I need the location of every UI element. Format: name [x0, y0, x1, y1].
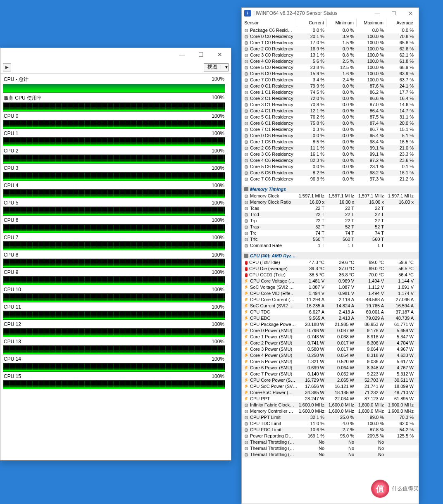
bolt-icon — [244, 397, 248, 401]
view-dropdown[interactable]: 视图 ▼ — [204, 63, 229, 71]
sensor-row[interactable]: Trp 22 T 22 T 22 T — [242, 218, 419, 224]
sensor-row[interactable]: Core 6 Power (SMU) 0.699 W 0.064 W 8.348… — [242, 365, 419, 371]
sensor-row[interactable]: Thermal Throttling (… No No No — [242, 452, 419, 458]
sensor-row[interactable]: Tcas 22 T 22 T 22 T — [242, 205, 419, 212]
sensor-row[interactable]: Core 1 C6 Residency 8.5 % 0.0 % 98.4 % 1… — [242, 139, 419, 145]
sensor-row[interactable]: CPU EDC 9.565 A 2.413 A 79.029 A 48.739 … — [242, 315, 419, 321]
sensor-row[interactable]: Core 3 C1 Residency 70.8 % 0.0 % 87.0 % … — [242, 102, 419, 108]
sensor-row[interactable]: Core 2 C0 Residency 16.9 % 0.9 % 100.0 %… — [242, 46, 419, 52]
sensor-row[interactable]: Trc 74 T 74 T 74 T — [242, 230, 419, 236]
sensor-name: CPU CCD1 (Tdie) — [249, 272, 286, 278]
sensor-row[interactable]: Memory Controller … 1,600.0 MHz 1,600.0 … — [242, 408, 419, 414]
sensor-name: SoC Voltage (SVI2 … — [250, 284, 294, 290]
sensor-row[interactable]: Core 0 C0 Residency 20.1 % 3.9 % 100.0 %… — [242, 33, 419, 40]
sensor-name: CPU PPT — [250, 396, 270, 402]
sensor-row[interactable]: CPU SoC Power (SV… 17.656 W 16.121 W 21.… — [242, 383, 419, 390]
cpu-graph — [3, 155, 225, 164]
chevron-down-icon: ▼ — [221, 65, 228, 69]
sensor-row[interactable]: Infinity Fabric Clock… 1,600.0 MHz 1,600… — [242, 402, 419, 408]
sensor-section-header[interactable]: Memory Timings — [242, 185, 419, 193]
minimize-button[interactable]: — — [369, 10, 386, 17]
sensor-name: Package C6 Resid… — [250, 27, 292, 33]
sensor-row[interactable]: Core 3 Power (SMU) 0.580 W 0.017 W 9.064… — [242, 346, 419, 352]
sensor-max: 99.0 % — [357, 414, 386, 421]
sensor-row[interactable]: Core 7 C1 Residency 0.3 % 0.0 % 86.7 % 1… — [242, 126, 419, 133]
col-average[interactable]: Average — [386, 19, 416, 27]
sensor-row[interactable]: Thermal Throttling (… No No No — [242, 439, 419, 445]
sensor-row[interactable]: Thermal Throttling (… No No No — [242, 445, 419, 452]
sensor-row[interactable]: Memory Clock Ratio 16.00 x 16.00 x 16.00… — [242, 199, 419, 205]
sensor-row[interactable]: Core 4 C0 Residency 5.6 % 2.5 % 100.0 % … — [242, 58, 419, 64]
sensor-row[interactable]: Core+SoC Power (… 34.385 W 18.185 W 71.2… — [242, 390, 419, 396]
sensor-row[interactable]: Power Reporting D… 169.1 % 95.0 % 209.5 … — [242, 433, 419, 439]
col-sensor[interactable]: Sensor — [242, 19, 297, 27]
sensor-row[interactable]: Core 2 C1 Residency 72.0 % 0.0 % 86.6 % … — [242, 95, 419, 102]
sensor-row[interactable]: Core 5 C0 Residency 23.8 % 12.5 % 100.0 … — [242, 64, 419, 71]
sensor-row[interactable]: SoC Current (SVI2 … 16.235 A 14.824 A 19… — [242, 303, 419, 309]
sensor-row[interactable]: Core 5 Power (SMU) 1.321 W 0.520 W 9.036… — [242, 359, 419, 365]
col-current[interactable]: Current — [297, 19, 327, 27]
sensor-row[interactable]: CPU TDC Limit 11.0 % 4.0 % 100.0 % 62.0 … — [242, 421, 419, 427]
sensor-row[interactable]: Core 6 C1 Residency 75.8 % 0.0 % 87.4 % … — [242, 120, 419, 126]
sensor-avg — [386, 445, 416, 452]
sensor-row[interactable]: CPU Core Voltage (… 1.481 V 0.969 V 1.49… — [242, 278, 419, 284]
play-icon[interactable]: ▶ — [3, 63, 11, 71]
close-button[interactable]: ✕ — [210, 50, 229, 59]
sensor-row[interactable]: CPU Core VID (Effe… 1.494 V 0.981 V 1.49… — [242, 290, 419, 297]
sensor-row[interactable]: Core 4 Power (SMU) 0.250 W 0.054 W 8.318… — [242, 352, 419, 359]
bolt-icon — [244, 360, 248, 364]
sensor-row[interactable]: Tras 52 T 52 T 52 T — [242, 224, 419, 230]
sensor-row[interactable]: Core 6 C6 Residency 8.2 % 0.0 % 98.2 % 1… — [242, 170, 419, 176]
sensor-row[interactable]: Core 7 C0 Residency 3.4 % 2.4 % 100.0 % … — [242, 77, 419, 83]
cpu-label: CPU 2 — [4, 148, 18, 154]
sensor-row[interactable]: Core 5 C1 Residency 76.2 % 0.0 % 87.5 % … — [242, 114, 419, 120]
maximize-button[interactable]: ☐ — [386, 10, 402, 17]
hwinfo-body[interactable]: Package C6 Resid… 0.0 % 0.0 % 0.0 % 0.0 … — [242, 27, 419, 504]
sensor-row[interactable]: Trfc 560 T 560 T 560 T — [242, 236, 419, 242]
sensor-row[interactable]: Core 6 C0 Residency 15.9 % 1.6 % 100.0 %… — [242, 71, 419, 77]
sensor-section-header[interactable]: CPU [#0]: AMD Ryz… — [242, 252, 419, 259]
sensor-row[interactable]: Memory Clock 1,597.1 MHz 1,597.1 MHz 1,5… — [242, 193, 419, 199]
sensor-row[interactable]: Core 0 Power (SMU) 0.796 W 0.087 W 9.178… — [242, 328, 419, 334]
sensor-row[interactable]: CPU Core Current (… 11.294 A 2.118 A 46.… — [242, 297, 419, 303]
sensor-row[interactable]: SoC Voltage (SVI2 … 1.087 V 1.087 V 1.11… — [242, 284, 419, 290]
col-minimum[interactable]: Minimum — [327, 19, 357, 27]
sensor-row[interactable]: Core 2 Power (SMU) 0.741 W 0.017 W 8.306… — [242, 340, 419, 346]
sensor-row[interactable]: CPU Core Power (S… 16.729 W 2.065 W 52.7… — [242, 377, 419, 383]
sensor-row[interactable]: Core 2 C6 Residency 11.1 % 0.0 % 99.1 % … — [242, 145, 419, 151]
sensor-row[interactable]: Core 3 C0 Residency 13.1 % 0.8 % 100.0 %… — [242, 52, 419, 58]
sensor-row[interactable]: CPU PPT Limit 32.1 % 25.0 % 99.0 % 70.3 … — [242, 414, 419, 421]
close-button[interactable]: ✕ — [402, 10, 419, 17]
sensor-row[interactable]: Core 3 C6 Residency 16.1 % 0.0 % 99.1 % … — [242, 151, 419, 157]
sensor-row[interactable]: Package C6 Resid… 0.0 % 0.0 % 0.0 % 0.0 … — [242, 27, 419, 33]
sensor-row[interactable]: Trcd 22 T 22 T 22 T — [242, 212, 419, 218]
sensor-row[interactable]: Core 1 Power (SMU) 0.748 W 0.038 W 8.916… — [242, 334, 419, 340]
col-maximum[interactable]: Maximum — [357, 19, 386, 27]
minimize-button[interactable]: — — [172, 50, 191, 59]
sensor-name: CPU TDC — [250, 309, 270, 315]
maximize-button[interactable]: ☐ — [191, 50, 210, 59]
sensor-row[interactable]: CPU (Tctl/Tdie) 47.3 °C 39.6 °C 69.0 °C … — [242, 259, 419, 266]
sensor-row[interactable]: Core 7 C6 Residency 96.3 % 0.0 % 97.3 % … — [242, 176, 419, 182]
sensor-avg: 70.3 % — [386, 414, 416, 421]
sensor-row[interactable]: CPU Package Powe… 28.188 W 21.985 W 86.9… — [242, 321, 419, 328]
sensor-row[interactable]: CPU PPT 28.247 W 22.034 W 87.123 W 61.89… — [242, 396, 419, 402]
cpu-graph — [3, 102, 225, 112]
sensor-row[interactable]: Core 4 C6 Residency 82.3 % 0.0 % 97.2 % … — [242, 157, 419, 164]
sensor-row[interactable]: CPU Die (average) 39.3 °C 37.0 °C 69.0 °… — [242, 266, 419, 272]
sensor-row[interactable]: CPU EDC Limit 10.6 % 2.7 % 87.8 % 54.2 % — [242, 427, 419, 433]
sensor-row[interactable]: CPU TDC 6.627 A 2.413 A 60.001 A 37.187 … — [242, 309, 419, 315]
sensor-row[interactable]: Core 1 C1 Residency 74.5 % 0.0 % 86.2 % … — [242, 89, 419, 95]
sensor-row[interactable]: CPU CCD1 (Tdie) 38.5 °C 36.8 °C 70.0 °C … — [242, 272, 419, 278]
sensor-row[interactable]: Core 7 Power (SMU) 0.140 W 0.052 W 9.223… — [242, 371, 419, 377]
sensor-row[interactable]: Command Rate 1 T 1 T 1 T — [242, 242, 419, 249]
cpu-body[interactable]: CPU - 总计 100% 服务 CPU 使用率 100% CPU 0 100%… — [0, 74, 231, 460]
clock-icon — [244, 177, 248, 181]
sensor-row[interactable]: Core 0 C6 Residency 0.0 % 0.0 % 95.4 % 5… — [242, 133, 419, 139]
sensor-name: Core 3 C0 Residency — [250, 52, 293, 58]
sensor-row[interactable]: Core 5 C6 Residency 0.0 % 0.0 % 23.1 % 0… — [242, 164, 419, 170]
sensor-row[interactable]: Core 0 C1 Residency 79.9 % 0.0 % 87.6 % … — [242, 83, 419, 89]
sensor-row[interactable]: Core 4 C1 Residency 12.1 % 0.0 % 86.4 % … — [242, 108, 419, 114]
sensor-row[interactable]: Core 1 C0 Residency 17.0 % 1.5 % 100.0 %… — [242, 40, 419, 46]
sensor-name: Core 7 C1 Residency — [250, 126, 293, 133]
